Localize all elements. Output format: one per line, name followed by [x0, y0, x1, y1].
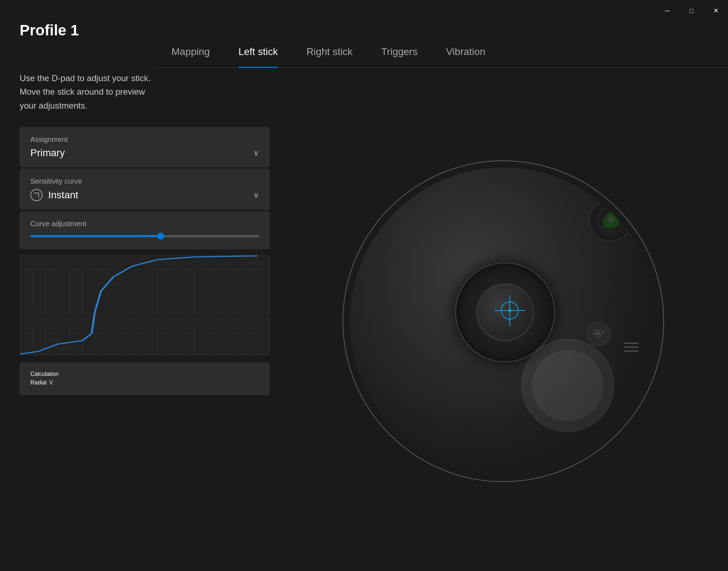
tab-mapping[interactable]: Mapping: [157, 46, 224, 68]
calculation-dropdown[interactable]: Radial ∨: [30, 377, 259, 387]
assignment-label: Assignment: [30, 135, 259, 144]
tab-left-stick[interactable]: Left stick: [224, 46, 292, 68]
calculation-chevron-icon: ∨: [48, 377, 54, 386]
dpad-area: [521, 339, 614, 432]
close-button[interactable]: ✕: [704, 0, 728, 21]
menu-line-2: [624, 347, 638, 348]
calculation-value: Radial: [30, 379, 46, 386]
left-panel: Use the D-pad to adjust your stick. Move…: [20, 71, 270, 557]
sensitivity-curve-card: Sensitivity curve Instant ∨: [20, 169, 270, 210]
curve-adjustment-slider[interactable]: [30, 235, 259, 237]
menu-line-3: [624, 351, 638, 352]
crosshair-circle: [501, 302, 519, 319]
menu-line-1: [624, 343, 638, 344]
assignment-card: Assignment Primary ∨: [20, 127, 270, 167]
svg-text:⊕: ⊕: [607, 214, 615, 224]
assignment-chevron-icon: ∨: [253, 148, 259, 158]
hint-line2: Move the stick around to preview: [20, 87, 145, 96]
svg-rect-36: [596, 334, 600, 338]
stick-outer: [455, 262, 555, 362]
page-title: Profile 1: [20, 21, 79, 39]
sensitivity-graph: [20, 255, 270, 355]
assignment-dropdown[interactable]: Primary ∨: [30, 147, 259, 159]
hint-line3: your adjustments.: [20, 101, 87, 110]
curve-adjustment-card: Curve adjustment: [20, 211, 270, 249]
calculation-label: Calculation: [30, 371, 259, 377]
hint-line1: Use the D-pad to adjust your stick.: [20, 73, 151, 83]
sensitivity-curve-value: Instant: [30, 189, 78, 201]
calculation-card: Calculation Radial ∨: [20, 362, 270, 395]
right-panel: ⊕: [279, 71, 728, 571]
dpad-inner: [532, 350, 603, 421]
view-button: [586, 321, 611, 346]
crosshair-vertical-line: [509, 295, 510, 326]
slider-thumb[interactable]: [157, 233, 164, 240]
assignment-value: Primary: [30, 147, 65, 159]
stick-inner: [477, 284, 534, 341]
tab-vibration[interactable]: Vibration: [432, 46, 500, 68]
graph-svg: [20, 255, 269, 355]
xbox-logo-icon: ⊕: [598, 207, 623, 232]
nav-tabs: Mapping Left stick Right stick Triggers …: [157, 21, 728, 68]
instant-icon: [30, 189, 43, 201]
view-icon: [593, 330, 604, 338]
title-bar: ─ □ ✕: [0, 0, 728, 21]
hint-text: Use the D-pad to adjust your stick. Move…: [20, 71, 270, 113]
slider-fill: [30, 235, 163, 237]
sensitivity-curve-text: Instant: [48, 189, 78, 201]
minimize-button[interactable]: ─: [655, 0, 679, 21]
tab-right-stick[interactable]: Right stick: [292, 46, 367, 68]
sensitivity-curve-label: Sensitivity curve: [30, 177, 259, 185]
maximize-button[interactable]: □: [679, 0, 704, 21]
tab-triggers[interactable]: Triggers: [367, 46, 432, 68]
window-controls: ─ □ ✕: [655, 0, 728, 21]
sensitivity-curve-chevron-icon: ∨: [253, 190, 259, 200]
svg-rect-35: [599, 330, 603, 333]
xbox-button: ⊕: [589, 198, 632, 241]
menu-icon: [624, 343, 638, 352]
stick-crosshair: [501, 302, 522, 323]
controller-visualization: ⊕: [343, 160, 664, 482]
svg-rect-34: [593, 330, 597, 333]
curve-adjustment-label: Curve adjustment: [30, 220, 259, 228]
sensitivity-curve-dropdown[interactable]: Instant ∨: [30, 189, 259, 201]
controller-body: ⊕: [350, 168, 657, 475]
